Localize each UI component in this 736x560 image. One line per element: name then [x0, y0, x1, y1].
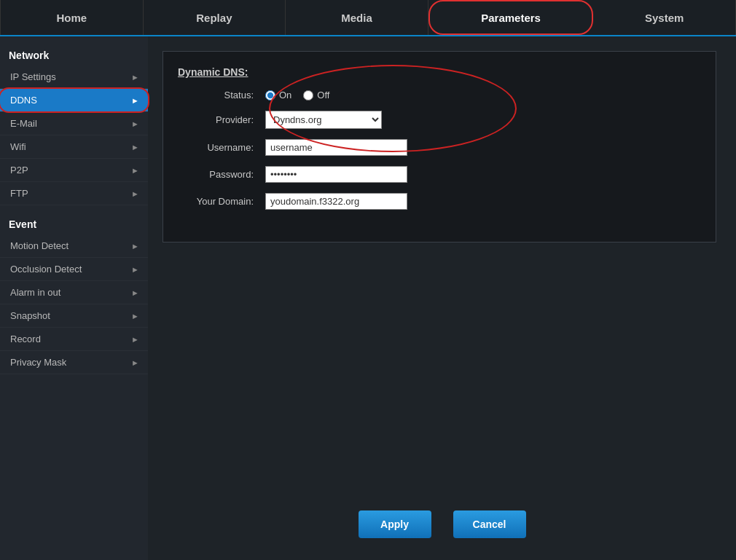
chevron-right-icon: ►: [131, 358, 139, 367]
sidebar-item-label: FTP: [10, 188, 28, 199]
password-label: Password:: [178, 169, 265, 180]
nav-replay[interactable]: Replay: [144, 0, 286, 35]
nav-home[interactable]: Home: [0, 0, 144, 35]
chevron-right-icon: ►: [131, 119, 139, 128]
nav-parameters[interactable]: Parameters: [428, 0, 594, 35]
apply-button[interactable]: Apply: [359, 510, 431, 538]
chevron-right-icon: ►: [131, 242, 139, 251]
sidebar-item-label: Alarm in out: [10, 287, 60, 298]
provider-select[interactable]: Dyndns.org No-IP.com 3322.org: [265, 111, 382, 129]
status-off-label: Off: [317, 90, 329, 100]
chevron-right-icon: ►: [131, 73, 139, 82]
status-label: Status:: [178, 90, 265, 100]
panel-title: Dynamic DNS:: [178, 66, 701, 78]
main-layout: Network IP Settings ► DDNS ► E-Mail ► Wi…: [0, 36, 736, 560]
sidebar-item-ip-settings[interactable]: IP Settings ►: [0, 66, 148, 89]
sidebar-item-label: Record: [10, 334, 41, 344]
sidebar-item-wifi[interactable]: Wifi ►: [0, 135, 148, 159]
event-section-title: Event: [0, 213, 148, 234]
chevron-right-icon: ►: [131, 288, 139, 297]
sidebar-item-motion-detect[interactable]: Motion Detect ►: [0, 234, 148, 258]
username-label: Username:: [178, 142, 265, 153]
sidebar-item-label: P2P: [10, 165, 28, 176]
status-row: Status: On Off: [178, 90, 701, 100]
chevron-right-icon: ►: [131, 166, 139, 175]
status-off-radio[interactable]: [303, 90, 313, 100]
status-on-option[interactable]: On: [265, 90, 291, 100]
username-row: Username:: [178, 139, 701, 156]
nav-system[interactable]: System: [593, 0, 736, 35]
sidebar-item-label: E-Mail: [10, 118, 37, 129]
top-navigation: Home Replay Media Parameters System: [0, 0, 736, 36]
sidebar-item-label: Snapshot: [10, 310, 50, 321]
network-section-title: Network: [0, 44, 148, 66]
sidebar-item-alarm-in-out[interactable]: Alarm in out ►: [0, 281, 148, 304]
sidebar-item-label: Occlusion Detect: [10, 264, 82, 275]
nav-media[interactable]: Media: [286, 0, 428, 35]
chevron-right-icon: ►: [131, 335, 139, 344]
sidebar-item-snapshot[interactable]: Snapshot ►: [0, 304, 148, 328]
chevron-right-icon: ►: [131, 143, 139, 151]
sidebar-item-email[interactable]: E-Mail ►: [0, 112, 148, 135]
sidebar-item-label: IP Settings: [10, 71, 56, 82]
domain-label: Your Domain:: [178, 196, 265, 207]
sidebar-item-occlusion-detect[interactable]: Occlusion Detect ►: [0, 258, 148, 281]
sidebar-item-ftp[interactable]: FTP ►: [0, 182, 148, 205]
status-off-option[interactable]: Off: [303, 90, 329, 100]
sidebar: Network IP Settings ► DDNS ► E-Mail ► Wi…: [0, 36, 148, 560]
ddns-panel: Dynamic DNS: Status: On Off Provide: [163, 51, 716, 242]
sidebar-item-label: Motion Detect: [10, 240, 68, 251]
sidebar-item-label: Wifi: [10, 141, 26, 152]
sidebar-item-ddns[interactable]: DDNS ►: [0, 89, 148, 112]
content-area: Dynamic DNS: Status: On Off Provide: [148, 36, 736, 560]
password-row: Password:: [178, 166, 701, 183]
status-radio-group: On Off: [265, 90, 329, 100]
chevron-right-icon: ►: [131, 312, 139, 320]
chevron-right-icon: ►: [131, 189, 139, 198]
username-input[interactable]: [265, 139, 407, 156]
chevron-right-icon: ►: [131, 96, 139, 105]
sidebar-item-record[interactable]: Record ►: [0, 328, 148, 351]
provider-row: Provider: Dyndns.org No-IP.com 3322.org: [178, 111, 701, 129]
chevron-right-icon: ►: [131, 265, 139, 274]
status-on-radio[interactable]: [265, 90, 275, 100]
bottom-buttons: Apply Cancel: [359, 510, 526, 538]
sidebar-item-privacy-mask[interactable]: Privacy Mask ►: [0, 351, 148, 374]
sidebar-item-p2p[interactable]: P2P ►: [0, 159, 148, 182]
cancel-button[interactable]: Cancel: [453, 510, 526, 538]
domain-input[interactable]: [265, 193, 407, 210]
status-on-label: On: [279, 90, 291, 100]
sidebar-item-label: Privacy Mask: [10, 357, 66, 368]
sidebar-item-label: DDNS: [10, 95, 37, 106]
domain-row: Your Domain:: [178, 193, 701, 210]
password-input[interactable]: [265, 166, 407, 183]
provider-label: Provider:: [178, 114, 265, 125]
